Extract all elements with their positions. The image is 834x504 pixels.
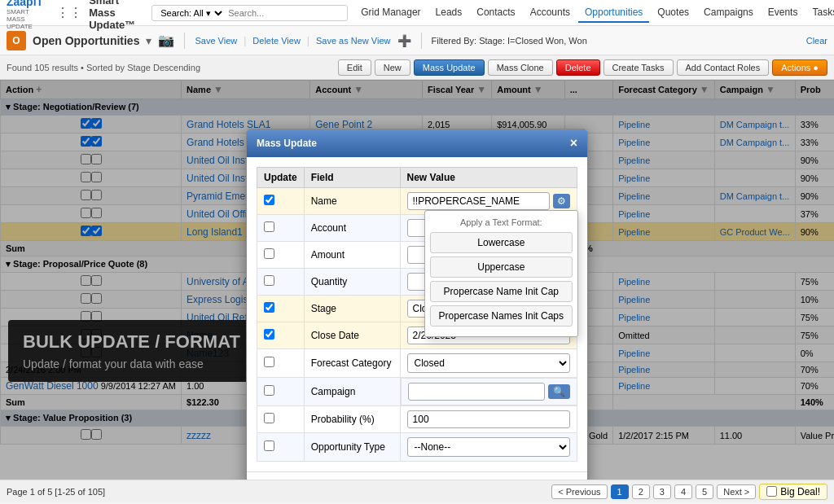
opp-type-checkbox[interactable]	[264, 440, 274, 451]
edit-button[interactable]: Edit	[338, 59, 371, 76]
modal-footer: Preview Update Selected Rows Mass Update…	[247, 471, 587, 480]
view-icon-letter: O	[12, 35, 20, 46]
forecast-checkbox[interactable]	[264, 357, 274, 367]
search-input[interactable]	[228, 8, 342, 18]
divider-1	[184, 33, 185, 49]
account-checkbox[interactable]	[264, 221, 274, 232]
nav-contacts[interactable]: Contacts	[470, 3, 521, 23]
modal-title: Mass Update	[257, 138, 317, 149]
format-lowercase-button[interactable]: Lowercase	[430, 232, 573, 253]
forecast-select[interactable]: Closed Pipeline Omitted	[407, 353, 570, 373]
view-title: Open Opportunities	[33, 34, 139, 47]
format-propercase-init-caps-button[interactable]: Propercase Names Init Caps	[430, 305, 573, 327]
modal-row-forecast-category: Forecast Category Closed Pipeline Omitte…	[257, 349, 577, 378]
nav-items: Grid Manager Leads Contacts Accounts Opp…	[354, 3, 834, 23]
stage-checkbox[interactable]	[264, 302, 274, 313]
mass-update-modal: Mass Update × Update Field New Value	[246, 129, 588, 480]
forecast-check-cell[interactable]	[257, 349, 305, 378]
nav-accounts[interactable]: Accounts	[524, 3, 577, 23]
nav-grid-manager[interactable]: Grid Manager	[354, 3, 427, 23]
amount-check-cell[interactable]	[257, 242, 305, 269]
amount-field-label: Amount	[304, 242, 400, 269]
create-tasks-button[interactable]: Create Tasks	[604, 59, 674, 76]
opp-type-check-cell[interactable]	[257, 433, 305, 462]
nav-opportunities[interactable]: Opportunities	[578, 3, 649, 23]
name-input[interactable]	[407, 192, 550, 210]
modal-row-campaign: Campaign 🔍	[257, 378, 577, 406]
format-propercase-init-cap-button[interactable]: Propercase Name Init Cap	[430, 281, 573, 302]
modal-close-button[interactable]: ×	[570, 136, 577, 151]
page-info: Page 1 of 5 [1-25 of 105]	[7, 487, 548, 497]
page-1-button[interactable]: 1	[611, 484, 629, 499]
page-3-button[interactable]: 3	[653, 484, 671, 499]
amount-checkbox[interactable]	[264, 248, 274, 259]
next-page-button[interactable]: Next >	[717, 484, 756, 499]
clear-filter-link[interactable]: Clear	[806, 36, 827, 46]
close-date-checkbox[interactable]	[264, 329, 274, 340]
view-dropdown-arrow[interactable]: ▾	[146, 34, 151, 47]
modal-header: Mass Update ×	[247, 129, 587, 157]
probability-input[interactable]	[407, 410, 570, 428]
main-content: Action + Name ▼ Account ▼ Fiscal Year ▼ …	[0, 80, 834, 480]
nav-campaigns[interactable]: Campaigns	[697, 3, 760, 23]
big-deal-checkbox[interactable]	[766, 486, 777, 497]
actions-button[interactable]: Actions ●	[772, 59, 827, 76]
campaign-field-value-cell: 🔍	[401, 378, 577, 405]
modal-body: Update Field New Value Name	[247, 157, 587, 471]
account-check-cell[interactable]	[257, 215, 305, 242]
close-date-check-cell[interactable]	[257, 322, 305, 349]
name-field-row: ⚙ Apply a Text Format: Lowercase Upperca…	[407, 192, 570, 210]
campaign-checkbox[interactable]	[264, 385, 274, 396]
sep2: |	[307, 35, 309, 46]
save-as-new-link[interactable]: Save as New View	[316, 36, 391, 46]
quantity-field-label: Quantity	[304, 269, 400, 296]
page-4-button[interactable]: 4	[674, 484, 692, 499]
quantity-check-cell[interactable]	[257, 269, 305, 296]
mass-update-button[interactable]: Mass Update	[414, 59, 485, 76]
save-view-link[interactable]: Save View	[195, 36, 237, 46]
nav-tasks[interactable]: Tasks	[805, 3, 834, 23]
delete-button[interactable]: Delete	[556, 59, 600, 76]
campaign-check-cell[interactable]	[257, 378, 305, 406]
stage-check-cell[interactable]	[257, 296, 305, 322]
forecast-field-value-cell: Closed Pipeline Omitted	[400, 349, 577, 378]
modal-overlay: Mass Update × Update Field New Value	[0, 80, 834, 480]
nav-quotes[interactable]: Quotes	[651, 3, 696, 23]
app-logo: ZaaplT SMART MASS UPDATE	[7, 0, 43, 30]
modal-fields-table: Update Field New Value Name	[257, 167, 577, 462]
campaign-field-label: Campaign	[304, 378, 400, 406]
name-check-cell[interactable]	[257, 188, 305, 215]
page-5-button[interactable]: 5	[696, 484, 713, 499]
name-checkbox[interactable]	[264, 195, 274, 205]
campaign-input[interactable]	[408, 383, 545, 401]
probability-checkbox[interactable]	[264, 413, 274, 423]
grid-icon[interactable]: ⋮⋮	[56, 5, 82, 20]
opp-type-select[interactable]: --None-- Existing Business New Business	[407, 437, 570, 457]
campaign-search-button[interactable]: 🔍	[548, 384, 570, 399]
nav-leads[interactable]: Leads	[429, 3, 469, 23]
opp-type-field-label: Opportunity Type	[304, 433, 400, 462]
col-field-header: Field	[304, 168, 400, 188]
probability-check-cell[interactable]	[257, 406, 305, 433]
delete-view-link[interactable]: Delete View	[252, 36, 301, 46]
opp-type-field-value-cell: --None-- Existing Business New Business	[400, 433, 577, 462]
nav-events[interactable]: Events	[762, 3, 805, 23]
modal-table-header: Update Field New Value	[257, 168, 577, 188]
filter-info: Filtered By: Stage: I=Closed Won, Won	[432, 36, 800, 46]
col-new-value-header: New Value	[400, 168, 577, 188]
new-icon[interactable]: ➕	[397, 34, 411, 47]
quantity-checkbox[interactable]	[264, 275, 274, 286]
gear-button[interactable]: ⚙	[553, 194, 570, 208]
page-2-button[interactable]: 2	[632, 484, 650, 499]
add-contact-roles-button[interactable]: Add Contact Roles	[677, 59, 770, 76]
prev-page-button[interactable]: < Previous	[551, 484, 607, 499]
new-button[interactable]: New	[375, 59, 410, 76]
search-scope-select[interactable]: Search: All ▾	[157, 7, 225, 19]
format-uppercase-button[interactable]: Uppercase	[430, 256, 573, 278]
logo-subtext: SMART MASS UPDATE	[7, 8, 43, 30]
mass-clone-button[interactable]: Mass Clone	[488, 59, 553, 76]
modal-row-name: Name ⚙ Apply a Text Format: Lowercase	[257, 188, 577, 215]
account-field-label: Account	[304, 215, 400, 242]
toolbar: Found 105 results • Sorted by Stage Desc…	[0, 55, 834, 80]
modal-row-opp-type: Opportunity Type --None-- Existing Busin…	[257, 433, 577, 462]
